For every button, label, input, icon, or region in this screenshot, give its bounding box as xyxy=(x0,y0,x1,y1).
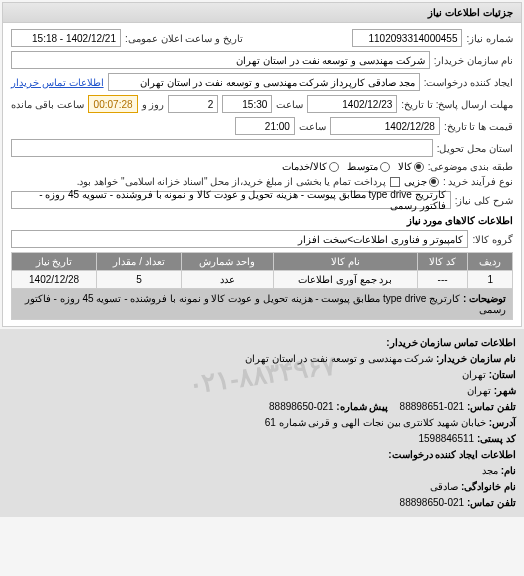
contact-line-name: نام: مجد xyxy=(8,463,516,479)
need-no-field: 1102093314000455 xyxy=(352,29,462,47)
contact-panel: اطلاعات تماس سازمان خریدار: نام سازمان خ… xyxy=(0,329,524,517)
row-delivery-place: استان محل تحویل: xyxy=(11,139,513,157)
goods-table: ردیف کد کالا نام کالا واحد شمارش تعداد /… xyxy=(11,252,513,320)
address-label: آدرس: xyxy=(489,417,516,428)
contact-line-phones: تلفن تماس: 021-88898651 پیش شماره: 021-8… xyxy=(8,399,516,415)
col-row: ردیف xyxy=(468,253,513,271)
group-field: کامپیوتر و فناوری اطلاعات>سخت افزار xyxy=(11,230,468,248)
keyword-label: شرح کلی نیاز: xyxy=(455,195,513,206)
delivery-place-label: استان محل تحویل: xyxy=(437,143,513,154)
province-label: استان: xyxy=(489,369,516,380)
org-value: شرکت مهندسی و توسعه نفت در استان تهران xyxy=(245,353,433,364)
radio-partial-label: جزیی xyxy=(404,176,427,187)
org-label: نام سازمان خریدار: xyxy=(436,353,516,364)
postal-value: 1598846511 xyxy=(418,433,474,444)
req-phone-value: 021-88898650 xyxy=(400,497,465,508)
row-buyer: نام سازمان خریدار: شرکت مهندسی و توسعه ن… xyxy=(11,51,513,69)
postal-label: کد پستی: xyxy=(477,433,516,444)
radio-dot-icon xyxy=(380,162,390,172)
cell-unit: عدد xyxy=(181,271,273,289)
contact-line-family: نام خانوادگی: صادقی xyxy=(8,479,516,495)
city-label: شهر: xyxy=(494,385,516,396)
req-phone-label: تلفن تماس: xyxy=(467,497,516,508)
time-label-1: ساعت xyxy=(276,99,303,110)
time-label-2: ساعت xyxy=(299,121,326,132)
radio-dot-icon xyxy=(414,162,424,172)
announce-label: تاریخ و ساعت اعلان عمومی: xyxy=(125,33,243,44)
contact-line-address: آدرس: خیابان شهید کلانتری بین نجات الهی … xyxy=(8,415,516,431)
contact-line-req-phone: تلفن تماس: 021-88898650 xyxy=(8,495,516,511)
city-value: تهران xyxy=(467,385,491,396)
radio-kala[interactable]: کالا xyxy=(398,161,424,172)
contact-line-city: شهر: تهران xyxy=(8,383,516,399)
table-row[interactable]: 1 --- برد جمع آوری اطلاعات عدد 5 1402/12… xyxy=(12,271,513,289)
col-unit: واحد شمارش xyxy=(181,253,273,271)
panel-title: جزئیات اطلاعات نیاز xyxy=(3,3,521,23)
desc-value: کارتریج type drive مطابق پیوست - هزینه ت… xyxy=(25,293,506,315)
row-requester: ایجاد کننده درخواست: مجد صادقی کارپرداز … xyxy=(11,73,513,91)
col-date: تاریخ نیاز xyxy=(12,253,97,271)
row-need-number: شماره نیاز: 1102093314000455 تاریخ و ساع… xyxy=(11,29,513,47)
family-value: صادقی xyxy=(430,481,458,492)
delivery-place-field xyxy=(11,139,433,157)
checkbox-full[interactable] xyxy=(390,177,400,187)
pack-radio-group: کالا متوسط کالا/خدمات xyxy=(282,161,424,172)
requester-field: مجد صادقی کارپرداز شرکت مهندسی و توسعه ن… xyxy=(108,73,420,91)
radio-medium-label: متوسط xyxy=(347,161,378,172)
buyer-field: شرکت مهندسی و توسعه نفت در استان تهران xyxy=(11,51,430,69)
name-label: نام: xyxy=(501,465,516,476)
group-label: گروه کالا: xyxy=(472,234,513,245)
col-qty: تعداد / مقدار xyxy=(97,253,182,271)
address-value: خیابان شهید کلانتری بین نجات الهی و قرنی… xyxy=(265,417,486,428)
deadline-send-time: 15:30 xyxy=(222,95,272,113)
family-label: نام خانوادگی: xyxy=(461,481,516,492)
radio-kala-label: کالا xyxy=(398,161,412,172)
keyword-field: کارتریج type drive مطابق پیوست - هزینه ت… xyxy=(11,191,451,209)
table-header-row: ردیف کد کالا نام کالا واحد شمارش تعداد /… xyxy=(12,253,513,271)
deadline-valid-date: 1402/12/28 xyxy=(330,117,440,135)
buy-type-label: نوع فرآیند خرید : xyxy=(443,176,513,187)
panel-body: شماره نیاز: 1102093314000455 تاریخ و ساع… xyxy=(3,23,521,326)
contact-line-org: نام سازمان خریدار: شرکت مهندسی و توسعه ن… xyxy=(8,351,516,367)
col-code: کد کالا xyxy=(417,253,468,271)
buyer-label: نام سازمان خریدار: xyxy=(434,55,513,66)
col-name: نام کالا xyxy=(273,253,417,271)
remaining-days-label: روز و xyxy=(142,99,165,110)
contact-line-province: استان: تهران xyxy=(8,367,516,383)
phone-value: 021-88898651 xyxy=(400,401,465,412)
remaining-days: 2 xyxy=(168,95,218,113)
desc-label: توضیحات : xyxy=(463,293,506,304)
cell-code: --- xyxy=(417,271,468,289)
announce-field: 1402/12/21 - 15:18 xyxy=(11,29,121,47)
name-value: مجد xyxy=(482,465,498,476)
requester-label: ایجاد کننده درخواست: xyxy=(424,77,513,88)
cell-row: 1 xyxy=(468,271,513,289)
province-value: تهران xyxy=(462,369,486,380)
need-no-label: شماره نیاز: xyxy=(466,33,513,44)
row-deadline-valid: قیمت ها تا تاریخ: 1402/12/28 ساعت 21:00 xyxy=(11,117,513,135)
deadline-send-date: 1402/12/23 xyxy=(307,95,397,113)
row-subject-pack: طبقه بندی موضوعی: کالا متوسط کالا/خدمات xyxy=(11,161,513,172)
remaining-time: 00:07:28 xyxy=(88,95,138,113)
radio-kk-label: کالا/خدمات xyxy=(282,161,327,172)
full-note: پرداخت تمام یا بخشی از مبلغ خرید،از محل … xyxy=(77,176,386,187)
cell-qty: 5 xyxy=(97,271,182,289)
radio-dot-icon xyxy=(429,177,439,187)
contact-line-postal: کد پستی: 1598846511 xyxy=(8,431,516,447)
row-deadline-send: مهلت ارسال پاسخ: تا تاریخ: 1402/12/23 سا… xyxy=(11,95,513,113)
deadline-valid-time: 21:00 xyxy=(235,117,295,135)
row-buy-type: نوع فرآیند خرید : جزیی پرداخت تمام یا بخ… xyxy=(11,176,513,187)
row-keyword: شرح کلی نیاز: کارتریج type drive مطابق پ… xyxy=(11,191,513,209)
prefix-value: 021-88898650 xyxy=(269,401,334,412)
cell-date: 1402/12/28 xyxy=(12,271,97,289)
phone-label: تلفن تماس: xyxy=(467,401,516,412)
radio-kala-khadamat[interactable]: کالا/خدمات xyxy=(282,161,339,172)
contact-link[interactable]: اطلاعات تماس خریدار xyxy=(11,77,104,88)
requester-section-title: اطلاعات ایجاد کننده درخواست: xyxy=(8,447,516,463)
desc-cell: توضیحات : کارتریج type drive مطابق پیوست… xyxy=(12,289,513,320)
row-goods-group: گروه کالا: کامپیوتر و فناوری اطلاعات>سخت… xyxy=(11,230,513,248)
cell-name: برد جمع آوری اطلاعات xyxy=(273,271,417,289)
radio-partial[interactable]: جزیی xyxy=(404,176,439,187)
radio-medium[interactable]: متوسط xyxy=(347,161,390,172)
table-desc-row: توضیحات : کارتریج type drive مطابق پیوست… xyxy=(12,289,513,320)
